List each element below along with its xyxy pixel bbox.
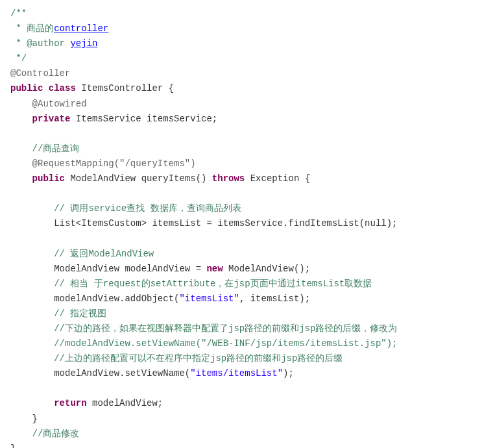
code-line: /** <box>10 6 485 21</box>
code-line: @Controller <box>10 66 485 81</box>
code-line <box>10 381 485 396</box>
code-line: @RequestMapping("/queryItems") <box>10 156 485 171</box>
code-line: //商品修改 <box>10 427 485 442</box>
code-line: @Autowired <box>10 97 485 112</box>
code-line: modelAndView.setViewName("items/itemsLis… <box>10 366 485 381</box>
code-line: } <box>10 442 485 448</box>
code-line: // 调用service查找 数据库，查询商品列表 <box>10 201 485 216</box>
code-line: //商品查询 <box>10 142 485 156</box>
code-line: private ItemsService itemsService; <box>10 112 485 127</box>
code-line: return modelAndView; <box>10 396 485 411</box>
code-block: /** * 商品的controller * @author yejin */@C… <box>10 6 485 448</box>
code-line <box>10 231 485 246</box>
code-line: */ <box>10 51 485 66</box>
code-line: * @author yejin <box>10 36 485 51</box>
code-line: //上边的路径配置可以不在程序中指定jsp路径的前缀和jsp路径的后缀 <box>10 351 485 366</box>
code-line: //modelAndView.setViewName("/WEB-INF/jsp… <box>10 336 485 351</box>
code-line: public ModelAndView queryItems() throws … <box>10 171 485 186</box>
code-line: // 指定视图 <box>10 306 485 321</box>
code-line: * 商品的controller <box>10 21 485 36</box>
code-line <box>10 186 485 201</box>
code-line <box>10 127 485 142</box>
code-line: //下边的路径，如果在视图解释器中配置了jsp路径的前缀和jsp路径的后缀，修改… <box>10 321 485 336</box>
code-line: // 相当 于request的setAttribute，在jsp页面中通过ite… <box>10 277 485 292</box>
code-line: public class ItemsController { <box>10 81 485 96</box>
code-line: List<ItemsCustom> itemsList = itemsServi… <box>10 216 485 231</box>
code-container: /** * 商品的controller * @author yejin */@C… <box>0 0 495 448</box>
code-line: ModelAndView modelAndView = new ModelAnd… <box>10 262 485 277</box>
code-line: // 返回ModelAndView <box>10 247 485 262</box>
code-line: modelAndView.addObject("itemsList", item… <box>10 292 485 306</box>
code-line: } <box>10 412 485 427</box>
